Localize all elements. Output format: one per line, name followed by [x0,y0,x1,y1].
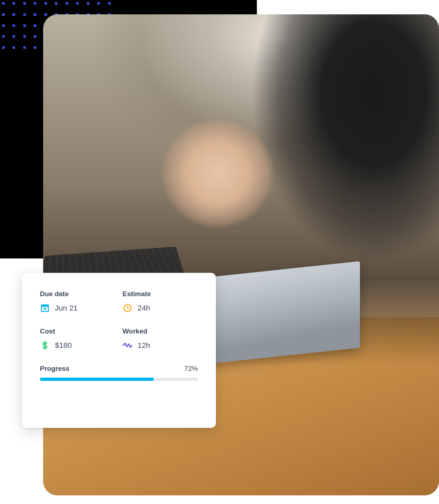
due-date-label: Due date [40,290,115,298]
progress-fill [40,378,154,381]
activity-icon [123,340,133,350]
progress-label: Progress [40,365,69,373]
progress-percent: 72% [184,365,198,373]
progress-stat: Progress 72% [40,365,198,381]
cost-value: $180 [55,341,72,350]
due-date-stat: Due date Jun 21 [40,290,115,313]
svg-rect-2 [44,308,46,309]
due-date-value: Jun 21 [55,304,78,312]
clock-icon [123,303,133,313]
svg-rect-1 [41,305,48,307]
calendar-icon [40,303,50,313]
task-summary-card: Due date Jun 21 Estimate [22,273,216,428]
estimate-value: 24h [138,304,150,312]
dollar-icon [40,340,50,350]
worked-label: Worked [123,327,198,335]
estimate-label: Estimate [123,290,198,298]
cost-label: Cost [40,327,115,335]
worked-stat: Worked 12h [123,327,198,350]
estimate-stat: Estimate 24h [123,290,198,313]
worked-value: 12h [138,341,150,350]
progress-track [40,378,198,381]
cost-stat: Cost $180 [40,327,115,350]
